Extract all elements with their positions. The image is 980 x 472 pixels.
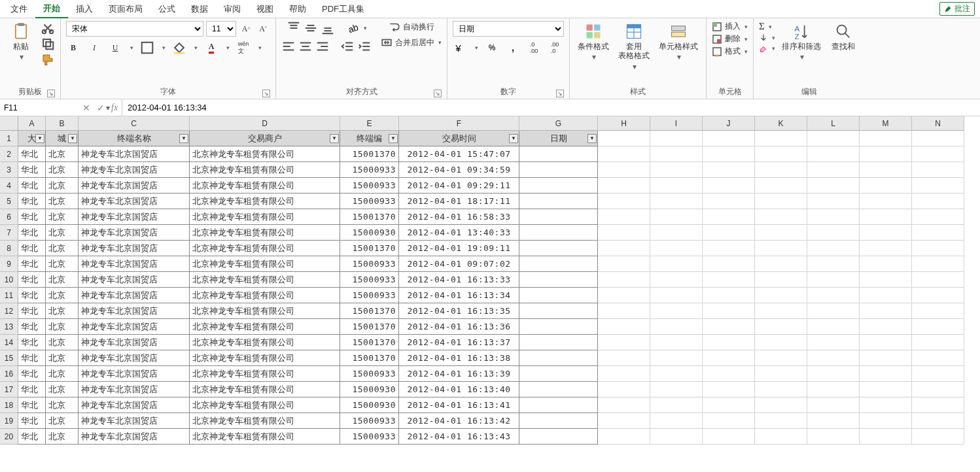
data-cell[interactable] [519,397,598,413]
empty-cell[interactable] [650,382,703,397]
data-cell[interactable]: 2012-04-01 16:13:36 [399,319,519,335]
empty-cell[interactable] [650,319,703,335]
empty-cell[interactable] [912,429,964,445]
empty-cell[interactable] [598,194,650,209]
data-cell[interactable]: 神龙专车北京国贸店 [79,303,190,319]
empty-cell[interactable] [598,366,650,382]
empty-cell[interactable] [912,194,964,209]
annotate-button[interactable]: 批注 [939,2,975,16]
empty-cell[interactable] [755,225,807,241]
wrap-text-button[interactable]: 自动换行 [389,21,434,33]
copy-button[interactable] [41,37,55,51]
empty-cell[interactable] [807,256,860,272]
data-cell[interactable]: 2012-04-01 16:13:33 [399,272,519,288]
data-cell[interactable]: 华北 [18,256,46,272]
font-size-select[interactable]: 11 [206,21,236,37]
empty-cell[interactable] [703,225,755,241]
align-center-button[interactable] [298,39,313,54]
empty-cell[interactable] [807,366,860,382]
menu-item-6[interactable]: 审阅 [216,1,249,18]
empty-cell[interactable] [598,319,650,335]
empty-cell[interactable] [650,413,703,429]
empty-cell[interactable] [860,335,912,350]
data-cell[interactable] [519,335,598,350]
table-header-cell[interactable]: 交易时间▼ [399,131,519,146]
data-cell[interactable]: 15001370 [340,303,399,319]
empty-cell[interactable] [912,241,964,256]
data-cell[interactable]: 华北 [18,178,46,194]
empty-cell[interactable] [703,350,755,366]
data-cell[interactable]: 神龙专车北京国贸店 [79,319,190,335]
data-cell[interactable] [519,256,598,272]
data-cell[interactable]: 华北 [18,382,46,397]
data-cell[interactable]: 15001370 [340,335,399,350]
data-cell[interactable]: 15001370 [340,146,399,162]
menu-item-8[interactable]: 帮助 [281,1,314,18]
data-cell[interactable]: 15000933 [340,366,399,382]
data-cell[interactable]: 神龙专车北京国贸店 [79,288,190,303]
data-cell[interactable] [519,350,598,366]
data-cell[interactable]: 北京神龙专车租赁有限公司 [190,162,340,178]
empty-cell[interactable] [703,146,755,162]
delete-cells-button[interactable]: 删除▾ [712,33,748,44]
data-cell[interactable] [519,178,598,194]
data-cell[interactable]: 北京神龙专车租赁有限公司 [190,146,340,162]
column-header[interactable]: N [912,116,964,131]
data-cell[interactable]: 北京 [46,303,79,319]
data-cell[interactable]: 北京 [46,162,79,178]
enter-icon[interactable]: ✓ [97,103,105,113]
data-cell[interactable]: 神龙专车北京国贸店 [79,429,190,445]
empty-cell[interactable] [650,288,703,303]
empty-cell[interactable] [650,397,703,413]
empty-cell[interactable] [598,146,650,162]
clear-button[interactable]: ▾ [759,44,775,53]
data-cell[interactable]: 北京 [46,256,79,272]
table-header-cell[interactable]: 交易商户▼ [190,131,340,146]
empty-cell[interactable] [860,382,912,397]
empty-cell[interactable] [860,194,912,209]
empty-cell[interactable] [703,131,755,146]
column-header[interactable]: I [650,116,703,131]
empty-cell[interactable] [860,429,912,445]
column-header[interactable]: L [807,116,860,131]
empty-cell[interactable] [912,272,964,288]
data-cell[interactable]: 15000930 [340,225,399,241]
empty-cell[interactable] [755,272,807,288]
data-cell[interactable]: 15001370 [340,209,399,225]
cancel-icon[interactable]: ✕ [82,103,90,113]
empty-cell[interactable] [598,178,650,194]
data-cell[interactable] [519,382,598,397]
sort-filter-button[interactable]: AZ 排序和筛选▾ [779,21,824,63]
filter-button[interactable]: ▼ [179,134,188,143]
format-cells-button[interactable]: 格式▾ [712,46,748,57]
data-cell[interactable]: 北京神龙专车租赁有限公司 [190,413,340,429]
empty-cell[interactable] [755,319,807,335]
empty-cell[interactable] [703,194,755,209]
empty-cell[interactable] [650,209,703,225]
empty-cell[interactable] [598,131,650,146]
data-cell[interactable]: 北京 [46,146,79,162]
empty-cell[interactable] [598,429,650,445]
data-cell[interactable]: 北京 [46,272,79,288]
data-cell[interactable]: 神龙专车北京国贸店 [79,335,190,350]
data-cell[interactable] [519,146,598,162]
empty-cell[interactable] [703,178,755,194]
data-cell[interactable] [519,288,598,303]
menu-item-0[interactable]: 文件 [3,1,35,18]
empty-cell[interactable] [650,256,703,272]
data-cell[interactable]: 神龙专车北京国贸店 [79,366,190,382]
empty-cell[interactable] [650,335,703,350]
empty-cell[interactable] [650,350,703,366]
formula-input[interactable] [122,99,980,116]
data-cell[interactable]: 华北 [18,241,46,256]
data-cell[interactable]: 北京神龙专车租赁有限公司 [190,303,340,319]
empty-cell[interactable] [755,131,807,146]
data-cell[interactable]: 华北 [18,272,46,288]
menu-item-3[interactable]: 页面布局 [101,1,150,18]
empty-cell[interactable] [598,256,650,272]
empty-cell[interactable] [860,272,912,288]
data-cell[interactable]: 15000933 [340,178,399,194]
empty-cell[interactable] [807,209,860,225]
data-cell[interactable]: 神龙专车北京国贸店 [79,146,190,162]
filter-button[interactable]: ▼ [389,134,398,143]
